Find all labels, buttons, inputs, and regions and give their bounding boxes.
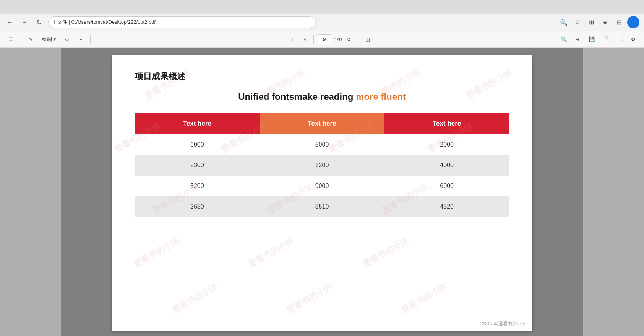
cell-r2c1: 2300 [135,155,260,176]
star-button[interactable]: ☆ [572,17,583,28]
table-row: 5200 9000 6000 [135,176,509,196]
edit-button[interactable]: ✎ [26,34,36,45]
left-panel [0,48,61,336]
watermark-14: 爱看书的小沐 [361,235,410,270]
cell-r2c3: 4000 [384,155,509,176]
settings-button[interactable]: ⚙ [628,34,639,45]
erase-button[interactable]: ◇ [62,34,72,45]
cell-r4c3: 4520 [384,196,509,217]
outline-button[interactable]: ☰ [5,34,16,45]
pdf-page-container: 爱看书的小沐 爱看书的小沐 爱看书的小沐 爱看书的小沐 爱看书的小沐 爱看书的小… [61,48,583,336]
cell-r1c3: 2000 [384,134,509,155]
address-box[interactable]: ℹ 文件 | C:/Users/tomcat/Desktop/222/out2.… [48,16,316,28]
compare-button[interactable]: ◫ [362,34,373,45]
cell-r4c2: 8510 [260,196,384,217]
divider-2 [90,35,91,44]
table-header-col2: Text here [260,113,384,134]
cell-r1c1: 6000 [135,134,260,155]
address-icons-right: 🔍 ☆ ⊞ ★ ⊟ 👤 [558,16,639,28]
zoom-page-controls: − + ⊡ 9 / 20 ↺ ◫ [276,34,373,45]
table-row: 2650 8510 4520 [135,196,509,217]
more-button[interactable]: ··· [75,34,86,45]
right-panel [583,48,644,336]
subtitle: Unified fontsmake reading more fluent [135,91,509,102]
fit-page-button[interactable]: ⊡ [299,34,310,45]
tab-bar [0,0,644,14]
watermark-15: 爱看书的小沐 [170,281,219,316]
split-button[interactable]: ⊞ [586,17,597,28]
page-number-input[interactable]: 9 [318,34,331,44]
table-row: 6000 5000 2000 [135,134,509,155]
zoom-search-button[interactable]: 🔍 [558,17,569,28]
watermark-12: 爱看书的小沐 [131,235,181,270]
pdf-search-button[interactable]: 🔍 [558,34,570,45]
draw-button[interactable]: 绘制 ▾ [39,34,59,45]
draw-chevron: ▾ [54,36,56,42]
cell-r4c1: 2650 [135,196,260,217]
zoom-out-button[interactable]: − [276,34,286,45]
table-row: 2300 1200 4000 [135,155,509,176]
zoom-in-button[interactable]: + [288,34,297,45]
page-title: 项目成果概述 [135,71,509,82]
rotate-button[interactable]: ↺ [344,34,354,45]
divider-3 [313,35,314,44]
watermark-17: 爱看书的小沐 [399,281,448,316]
favorites-button[interactable]: ★ [600,17,610,28]
divider-1 [21,35,21,44]
edit-icon: ✎ [29,36,33,42]
watermark-13: 爱看书的小沐 [246,235,295,270]
draw-label: 绘制 [42,36,52,43]
pdf-toolbar: ☰ ✎ 绘制 ▾ ◇ ··· − + ⊡ 9 / 20 ↺ ◫ 🔍 🖨 💾 📄 … [0,31,644,48]
save-button[interactable]: 💾 [586,34,598,45]
print-button[interactable]: 🖨 [572,34,583,45]
refresh-button[interactable]: ↻ [34,17,44,28]
collection-button[interactable]: ⊟ [613,17,624,28]
pdf-page: 爱看书的小沐 爱看书的小沐 爱看书的小沐 爱看书的小沐 爱看书的小沐 爱看书的小… [112,55,532,331]
pdf-toolbar-right: 🔍 🖨 💾 📄 ⛶ ⚙ [558,34,639,45]
saveas-button[interactable]: 📄 [600,34,612,45]
watermark-16: 爱看书的小沐 [284,281,334,316]
table-header-col1: Text here [135,113,260,134]
cell-r1c2: 5000 [260,134,384,155]
table-header-row: Text here Text here Text here [135,113,509,134]
total-pages-label: / 20 [334,36,342,42]
subtitle-black: Unified fontsmake reading [238,91,356,102]
address-bar-row: ← → ↻ ℹ 文件 | C:/Users/tomcat/Desktop/222… [0,14,644,31]
main-area: 爱看书的小沐 爱看书的小沐 爱看书的小沐 爱看书的小沐 爱看书的小沐 爱看书的小… [0,48,644,336]
cell-r3c2: 9000 [260,176,384,196]
cell-r3c3: 6000 [384,176,509,196]
back-button[interactable]: ← [5,17,15,28]
fullscreen-button[interactable]: ⛶ [615,34,626,45]
divider-4 [358,35,358,44]
cell-r3c1: 5200 [135,176,260,196]
subtitle-orange: more fluent [356,91,406,102]
info-icon: ℹ [53,19,55,25]
table-header-col3: Text here [384,113,509,134]
forward-button[interactable]: → [19,17,30,28]
address-text: 文件 | C:/Users/tomcat/Desktop/222/out2.pd… [57,19,156,26]
data-table: Text here Text here Text here 6000 5000 … [135,113,509,217]
cell-r2c2: 1200 [260,155,384,176]
profile-button[interactable]: 👤 [627,16,639,28]
credit-label: CSDN @爱看书的小沐 [480,321,526,327]
